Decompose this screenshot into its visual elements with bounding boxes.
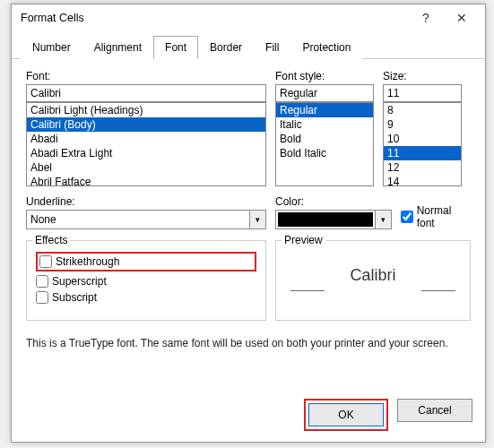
font-style-input[interactable] (275, 84, 374, 102)
tab-number[interactable]: Number (21, 36, 82, 59)
subscript-check[interactable] (36, 291, 48, 304)
list-item[interactable]: Bold (276, 132, 373, 146)
list-item[interactable]: Calibri (Body) (27, 117, 265, 132)
size-label: Size: (383, 70, 462, 82)
underline-input[interactable] (26, 210, 250, 229)
preview-sample: Calibri (285, 252, 461, 298)
list-item[interactable]: Abel (27, 160, 265, 175)
close-icon[interactable]: ✕ (444, 7, 480, 29)
color-combo[interactable]: ▾ (275, 210, 392, 229)
help-icon[interactable]: ? (408, 7, 444, 29)
tab-font[interactable]: Font (153, 36, 198, 59)
format-cells-dialog: Format Cells ? ✕ Number Alignment Font B… (11, 4, 486, 443)
preview-group: Preview Calibri (275, 240, 471, 321)
effects-group: Effects Strikethrough Superscript (26, 240, 266, 321)
superscript-check[interactable] (36, 275, 48, 288)
normal-font-checkbox[interactable]: Normal font (401, 204, 471, 229)
list-item[interactable]: 12 (384, 160, 461, 175)
tab-alignment[interactable]: Alignment (82, 36, 153, 59)
font-style-listbox[interactable]: Regular Italic Bold Bold Italic (275, 102, 374, 186)
list-item[interactable]: 8 (384, 103, 461, 117)
font-label: Font: (26, 70, 266, 82)
list-item[interactable]: Abadi Extra Light (27, 146, 265, 160)
strikethrough-checkbox[interactable]: Strikethrough (39, 255, 119, 268)
dialog-buttons: OK Cancel (12, 390, 485, 442)
font-listbox[interactable]: Calibri Light (Headings) Calibri (Body) … (26, 102, 266, 186)
list-item[interactable]: Italic (276, 117, 373, 132)
color-label: Color: (275, 195, 392, 208)
normal-font-check[interactable] (401, 211, 413, 223)
color-swatch[interactable] (275, 210, 376, 229)
list-item[interactable]: 14 (384, 175, 461, 186)
underline-label: Underline: (26, 195, 266, 208)
list-item[interactable]: Bold Italic (276, 146, 373, 160)
ok-button[interactable]: OK (308, 403, 384, 426)
ok-highlight: OK (304, 399, 388, 431)
effects-legend: Effects (32, 234, 70, 246)
normal-font-label: Normal font (417, 204, 471, 229)
strikethrough-check[interactable] (39, 255, 52, 268)
tab-fill[interactable]: Fill (254, 36, 290, 59)
list-item[interactable]: Abril Fatface (27, 175, 265, 186)
tab-content: Font: Calibri Light (Headings) Calibri (… (12, 59, 485, 390)
list-item[interactable]: 10 (384, 132, 461, 146)
size-listbox[interactable]: 8 9 10 11 12 14 (383, 102, 462, 186)
superscript-checkbox[interactable]: Superscript (36, 275, 256, 288)
chevron-down-icon[interactable]: ▾ (250, 210, 266, 229)
underline-combo[interactable]: ▾ (26, 210, 266, 229)
list-item[interactable]: 9 (384, 117, 461, 132)
list-item[interactable]: Abadi (27, 132, 265, 146)
list-item[interactable]: Regular (276, 103, 373, 117)
font-style-label: Font style: (275, 70, 374, 82)
tab-protection[interactable]: Protection (290, 36, 362, 59)
tab-border[interactable]: Border (198, 36, 254, 59)
strikethrough-label: Strikethrough (56, 255, 119, 268)
titlebar: Format Cells ? ✕ (12, 4, 485, 31)
list-item[interactable]: Calibri Light (Headings) (27, 103, 265, 117)
font-description: This is a TrueType font. The same font w… (26, 337, 471, 349)
subscript-checkbox[interactable]: Subscript (36, 291, 256, 304)
list-item[interactable]: 11 (384, 146, 461, 160)
superscript-label: Superscript (52, 275, 107, 288)
subscript-label: Subscript (52, 291, 97, 304)
cancel-button[interactable]: Cancel (397, 399, 472, 422)
preview-legend: Preview (282, 234, 325, 246)
dialog-title: Format Cells (21, 12, 408, 24)
tab-bar: Number Alignment Font Border Fill Protec… (12, 31, 485, 59)
strikethrough-highlight: Strikethrough (36, 252, 256, 271)
size-input[interactable] (383, 84, 462, 102)
chevron-down-icon[interactable]: ▾ (376, 210, 392, 229)
font-input[interactable] (26, 84, 266, 102)
